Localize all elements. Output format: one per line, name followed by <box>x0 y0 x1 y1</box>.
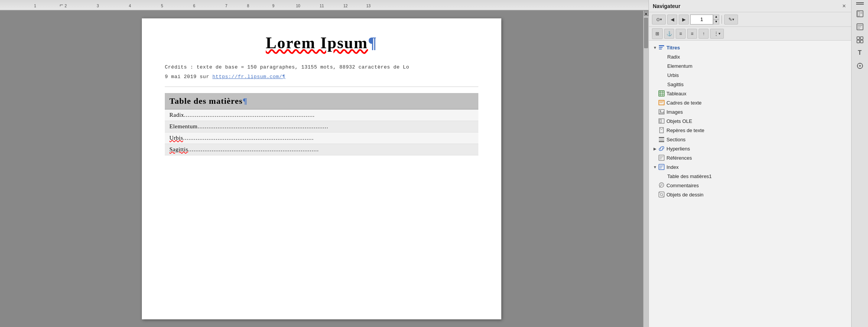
svg-rect-1 <box>659 47 663 48</box>
document-main: ⌐ 1 2 3 4 5 6 7 8 9 10 11 12 <box>0 0 649 327</box>
toc-heading: Table des matières¶ <box>165 93 478 110</box>
list-dropdown-icon: ▾ <box>718 31 720 36</box>
promote-button[interactable]: ↑ <box>699 29 709 39</box>
commentaires-icon <box>658 182 665 189</box>
navigator-prev-button[interactable]: ◀ <box>667 15 677 25</box>
ruler-num-8: 8 <box>247 4 249 8</box>
navigator-button[interactable] <box>854 60 866 72</box>
toc-entry-urbis: Urbis...................................… <box>165 132 478 144</box>
reperes-icon <box>658 127 665 134</box>
navigator-toolbar1: ⊙ ▾ ◀ ▶ ▲ ▼ ✎ ▾ <box>649 12 851 27</box>
navigator-target-button[interactable]: ⊙ ▾ <box>652 15 666 25</box>
svg-rect-15 <box>660 119 662 123</box>
align-left-button[interactable]: ≡ <box>676 29 686 39</box>
pen-dropdown-icon: ▾ <box>732 17 734 21</box>
tree-item-references[interactable]: Références <box>649 153 851 162</box>
titres-label: Titres <box>666 45 680 51</box>
urbis-label: Urbis <box>667 72 679 78</box>
tree-item-sections[interactable]: Sections <box>649 135 851 144</box>
align-right-button[interactable]: ≡ <box>687 29 697 39</box>
svg-point-52 <box>859 65 861 67</box>
toc-dots-elementum: ........................................… <box>198 123 474 130</box>
page-number-input[interactable] <box>690 15 713 25</box>
toc-dots-sagittis: ........................................… <box>188 146 474 153</box>
navigator-close-button[interactable]: × <box>841 3 847 10</box>
tree-item-objets-ole[interactable]: Objets OLE <box>649 116 851 126</box>
tree-item-titres[interactable]: ▼ Titres <box>649 43 851 52</box>
ruler-num-3: 3 <box>97 4 99 8</box>
anchor-icon: ⚓ <box>666 31 672 36</box>
toc-entry-elementum: Elementum...............................… <box>165 121 478 132</box>
images-label: Images <box>666 109 683 115</box>
document-scroll[interactable]: Lorem Ipsum¶ Crédits : texte de base = 1… <box>0 11 643 327</box>
ole-expand-placeholder <box>652 118 658 124</box>
navigator-pen-button[interactable]: ✎ ▾ <box>724 15 738 25</box>
list-settings-button[interactable]: ⋮ ▾ <box>710 29 724 39</box>
tree-item-objets-dessin[interactable]: Objets de dessin <box>649 190 851 199</box>
drag-mode-button[interactable]: ⊞ <box>652 28 663 39</box>
references-label: Références <box>666 155 692 161</box>
tree-item-elementum[interactable]: Elementum <box>649 61 851 70</box>
ruler-num-12: 12 <box>343 4 348 8</box>
list-settings-group: ⋮ ▾ <box>710 29 724 39</box>
navigator-next-button[interactable]: ▶ <box>679 15 689 25</box>
tree-item-sagittis[interactable]: Sagittis <box>649 80 851 89</box>
sagittis-expand-placeholder <box>661 81 667 87</box>
toc-label-sagittis: Sagittis <box>169 146 188 153</box>
right-icon-panel: T <box>851 0 868 327</box>
tree-item-cadres-texte[interactable]: Cadres de texte <box>649 98 851 107</box>
ruler-num-7: 7 <box>225 4 228 8</box>
anchor-button[interactable]: ⚓ <box>664 29 674 39</box>
line-icon-2 <box>856 4 864 5</box>
vertical-scrollbar[interactable]: ▲ <box>643 11 649 327</box>
index-expand-icon[interactable]: ▼ <box>652 164 658 170</box>
align-right-icon: ≡ <box>691 31 693 36</box>
dessin-expand-placeholder <box>652 191 658 198</box>
credits-link[interactable]: https://fr.lipsum.com/¶ <box>213 74 286 80</box>
svg-rect-0 <box>659 45 664 46</box>
tree-item-commentaires[interactable]: Commentaires <box>649 181 851 190</box>
spin-up-button[interactable]: ▲ <box>713 15 719 20</box>
credits-block: Crédits : texte de base = 150 paragraphe… <box>165 64 478 87</box>
navigator-tree[interactable]: ▼ Titres Radix Elementum Urbis <box>649 41 851 327</box>
scrollbar-up-btn[interactable]: ▲ <box>644 11 649 16</box>
styles-panel-button[interactable] <box>854 21 866 33</box>
radix-label: Radix <box>667 54 680 60</box>
tree-item-tableaux[interactable]: Tableaux <box>649 89 851 98</box>
tree-item-hyperliens[interactable]: ▶ Hyperliens <box>649 144 851 153</box>
scrollbar-thumb[interactable] <box>644 18 648 48</box>
toc1-label: Table des matières1 <box>667 173 712 179</box>
spin-down-button[interactable]: ▼ <box>713 20 719 25</box>
pen-icon: ✎ <box>728 17 732 22</box>
page-number-spinner: ▲ ▼ <box>713 15 719 25</box>
document-title: Lorem Ipsum¶ <box>165 34 478 56</box>
toc-label-elementum: Elementum <box>169 123 198 130</box>
svg-point-36 <box>660 193 663 196</box>
tree-item-index[interactable]: ▼ Index <box>649 162 851 172</box>
elementum-label: Elementum <box>667 63 692 69</box>
font-panel-button[interactable]: T <box>854 47 866 59</box>
references-expand-placeholder <box>652 155 658 161</box>
tree-item-images[interactable]: Images <box>649 107 851 116</box>
reperes-expand-placeholder <box>652 127 658 133</box>
toc1-expand-placeholder <box>661 173 667 179</box>
tree-item-table-matieres1[interactable]: Table des matières1 <box>649 172 851 181</box>
urbis-expand-placeholder <box>661 72 667 78</box>
cadres-expand-placeholder <box>652 100 658 106</box>
tree-item-reperes[interactable]: Repères de texte <box>649 126 851 135</box>
tree-item-urbis[interactable]: Urbis <box>649 70 851 80</box>
tree-item-radix[interactable]: Radix <box>649 52 851 61</box>
images-expand-placeholder <box>652 109 658 115</box>
gallery-panel-button[interactable] <box>854 34 866 46</box>
sections-expand-placeholder <box>652 136 658 142</box>
commentaires-label: Commentaires <box>666 183 699 188</box>
properties-panel-button[interactable] <box>854 8 866 20</box>
titres-expand-icon[interactable]: ▼ <box>652 44 658 51</box>
toc-table: Radix...................................… <box>165 110 478 155</box>
index-label: Index <box>666 164 679 170</box>
svg-rect-49 <box>857 40 860 43</box>
hyperliens-expand-icon[interactable]: ▶ <box>652 146 658 152</box>
reperes-label: Repères de texte <box>666 128 704 133</box>
view-controls <box>856 2 864 5</box>
tableaux-icon <box>658 90 665 97</box>
